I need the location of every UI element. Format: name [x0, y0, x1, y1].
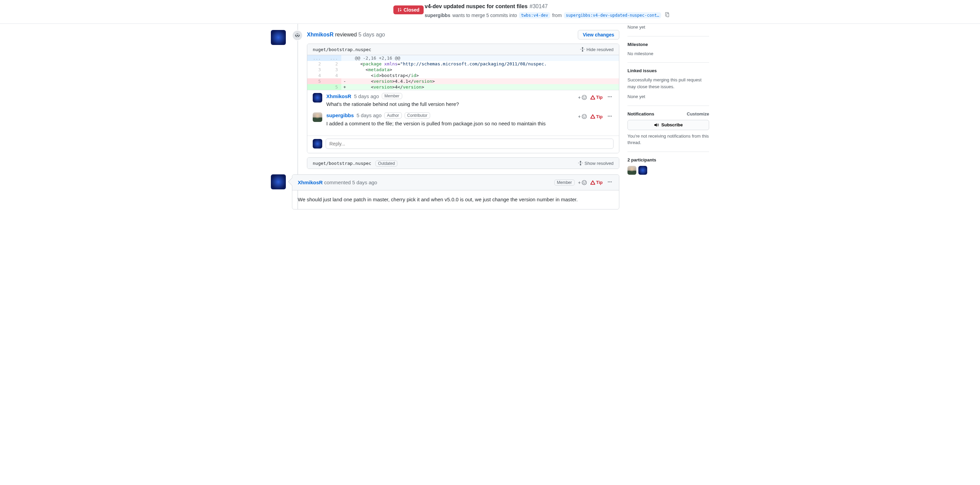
- comment-time[interactable]: 5 days ago: [356, 112, 382, 118]
- sidebar-participants: 2 participants: [627, 152, 709, 180]
- svg-point-11: [611, 115, 612, 116]
- pr-header: Closed v4-dev updated nuspec for content…: [0, 0, 980, 24]
- sidebar-linked-issues: Linked issues Successfully merging this …: [627, 63, 709, 106]
- reaction-button[interactable]: +: [578, 180, 587, 185]
- file-header: nuget/bootstrap.nuspec Hide resolved: [307, 44, 619, 55]
- show-resolved-button[interactable]: Show resolved: [578, 160, 614, 166]
- sidebar-none: None yet: [627, 24, 709, 31]
- sidebar-milestone-title[interactable]: Milestone: [627, 42, 709, 47]
- from-text: from: [552, 13, 562, 18]
- sidebar-linked-title[interactable]: Linked issues: [627, 68, 709, 73]
- avatar[interactable]: [271, 30, 286, 45]
- smiley-icon: [582, 180, 587, 185]
- inline-comments: XhmikosR 5 days ago Member What's the ra…: [307, 90, 619, 136]
- subscribe-button[interactable]: Subscribe: [627, 120, 709, 130]
- status-label: Closed: [404, 7, 420, 13]
- head-branch[interactable]: supergibbs:v4-dev-updated-nuspec-cont…: [564, 12, 662, 18]
- pr-number: #30147: [530, 3, 547, 10]
- status-badge: Closed: [393, 5, 424, 14]
- unmute-icon: [654, 122, 659, 128]
- participant-avatar[interactable]: [638, 166, 647, 175]
- review-comment: XhmikosR 5 days ago Member What's the ra…: [313, 93, 614, 108]
- diff-line-deleted: 5 - <version>4.4.1</version>: [307, 78, 619, 84]
- review-author[interactable]: XhmikosR: [307, 32, 334, 37]
- triangle-icon: [590, 95, 595, 100]
- avatar[interactable]: [313, 139, 322, 148]
- diff-line: 4 4 <id>bootstrap</id>: [307, 73, 619, 78]
- kebab-icon[interactable]: [606, 178, 614, 187]
- sidebar-linked-none: None yet: [627, 93, 709, 100]
- copy-icon[interactable]: [663, 11, 671, 19]
- comment-author[interactable]: XhmikosR: [326, 93, 351, 99]
- reply-input[interactable]: [326, 139, 614, 149]
- review-state-icon: [292, 30, 303, 41]
- reply-box: [307, 136, 619, 153]
- reaction-button[interactable]: +: [578, 95, 587, 100]
- unfold-icon: [578, 160, 583, 166]
- avatar[interactable]: [313, 93, 322, 102]
- svg-point-10: [609, 115, 611, 116]
- file-path[interactable]: nuget/bootstrap.nuspec: [313, 47, 371, 52]
- triangle-icon: [590, 180, 595, 185]
- tip-button[interactable]: Tip: [590, 95, 603, 100]
- diff-line-added: 5 + <version>4</version>: [307, 84, 619, 90]
- avatar[interactable]: [271, 174, 286, 189]
- base-branch[interactable]: twbs:v4-dev: [519, 12, 550, 18]
- comment-time[interactable]: 5 days ago: [354, 93, 379, 99]
- hide-resolved-button[interactable]: Hide resolved: [580, 47, 614, 52]
- svg-point-16: [609, 182, 611, 183]
- comment-header: XhmikosR commented 5 days ago Member + T…: [292, 175, 619, 190]
- svg-point-12: [582, 180, 586, 185]
- diff-table: ...... @@ -2,16 +2,16 @@ 2 2 <package xm…: [307, 55, 619, 90]
- svg-point-3: [608, 96, 609, 97]
- comment-time[interactable]: 5 days ago: [352, 179, 377, 185]
- smiley-icon: [582, 95, 587, 100]
- author-link[interactable]: supergibbs: [425, 13, 450, 18]
- svg-point-0: [582, 95, 586, 99]
- file-path[interactable]: nuget/bootstrap.nuspec: [313, 161, 371, 166]
- outdated-badge: Outdated: [375, 160, 398, 166]
- svg-point-5: [611, 96, 612, 97]
- tip-button[interactable]: Tip: [590, 180, 603, 185]
- svg-point-1: [583, 96, 584, 97]
- svg-point-9: [608, 115, 609, 116]
- review-file: nuget/bootstrap.nuspec Hide resolved ...…: [307, 44, 619, 153]
- timeline-comment: XhmikosR commented 5 days ago Member + T…: [271, 174, 619, 209]
- svg-point-17: [611, 182, 612, 183]
- avatar[interactable]: [313, 112, 322, 122]
- review-event: XhmikosR reviewed 5 days ago View change…: [271, 30, 619, 169]
- comment-body: What's the rationale behind not using th…: [326, 101, 614, 108]
- customize-link[interactable]: Customize: [687, 112, 709, 116]
- participant-avatar[interactable]: [627, 166, 636, 175]
- role-badge: Member: [382, 93, 402, 99]
- sidebar-notifications: Notifications Customize Subscribe You're…: [627, 106, 709, 152]
- unfold-icon: [580, 47, 585, 52]
- review-comment: supergibbs 5 days ago Author Contributor…: [313, 112, 614, 128]
- view-changes-button[interactable]: View changes: [578, 30, 619, 40]
- role-badge: Author: [384, 112, 401, 118]
- smiley-icon: [582, 114, 587, 119]
- tip-button[interactable]: Tip: [590, 114, 603, 119]
- kebab-icon[interactable]: [606, 112, 614, 121]
- comment-author[interactable]: XhmikosR: [298, 179, 323, 185]
- kebab-icon[interactable]: [606, 93, 614, 102]
- sidebar-milestone: Milestone No milestone: [627, 37, 709, 63]
- comment-body: We should just land one patch in master,…: [292, 190, 619, 209]
- hunk-header: ...... @@ -2,16 +2,16 @@: [307, 55, 619, 61]
- review-time[interactable]: 5 days ago: [358, 32, 385, 37]
- review-file-collapsed: nuget/bootstrap.nuspec Outdated Show res…: [307, 157, 619, 169]
- sidebar-section: None yet: [627, 24, 709, 37]
- reaction-button[interactable]: +: [578, 114, 587, 119]
- svg-point-13: [583, 182, 584, 182]
- sidebar-participants-title: 2 participants: [627, 157, 709, 163]
- comment-body: I added a comment to the file; the versi…: [326, 120, 614, 128]
- git-pr-closed-icon: [398, 8, 402, 12]
- pr-title[interactable]: v4-dev updated nuspec for content files: [425, 3, 527, 10]
- review-action: reviewed: [335, 32, 357, 37]
- diff-line: 2 2 <package xmlns="http://schemas.micro…: [307, 61, 619, 67]
- comment-author[interactable]: supergibbs: [326, 112, 354, 118]
- role-badge: Member: [554, 179, 575, 186]
- svg-point-4: [609, 96, 611, 97]
- file-header: nuget/bootstrap.nuspec Outdated Show res…: [307, 158, 619, 169]
- sidebar-milestone-text: No milestone: [627, 50, 709, 57]
